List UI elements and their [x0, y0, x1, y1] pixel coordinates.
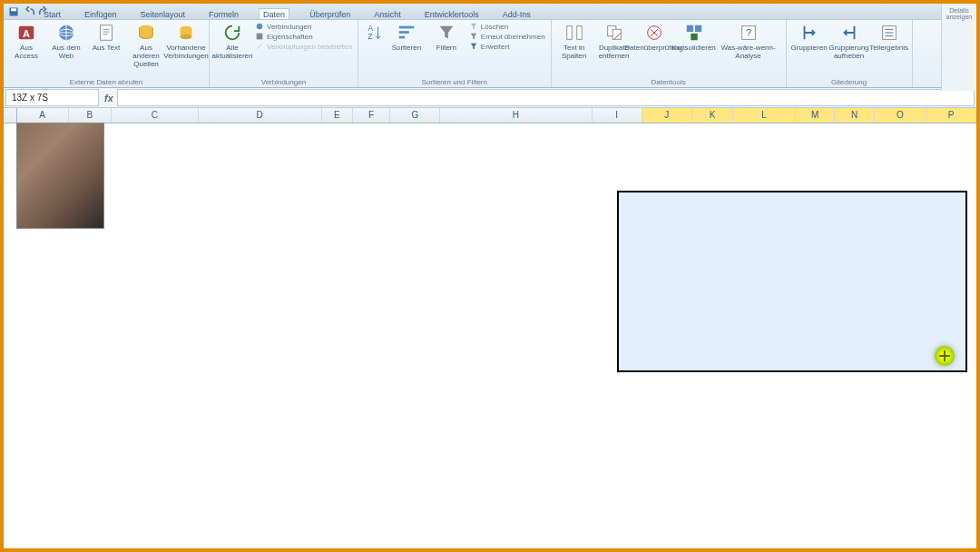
col-header[interactable]: O: [875, 108, 926, 123]
remove-duplicates-button[interactable]: Duplikate entfernen: [597, 22, 632, 61]
from-text-button[interactable]: Aus Text: [89, 22, 123, 53]
ribbon-tabs: Start Einfügen Seitenlayout Formeln Date…: [4, 4, 976, 20]
svg-rect-19: [576, 26, 582, 40]
svg-point-10: [181, 34, 192, 40]
ribbon: Start Einfügen Seitenlayout Formeln Date…: [4, 4, 976, 88]
group-label: Verbindungen: [215, 78, 352, 87]
formula-bar: 13Z x 7S fx: [4, 88, 976, 108]
tab-formulas[interactable]: Formeln: [205, 9, 242, 19]
svg-rect-6: [101, 25, 113, 41]
edit-links-item[interactable]: Verknüpfungen bearbeiten: [255, 42, 352, 51]
col-header[interactable]: A: [17, 108, 69, 123]
validation-icon: [643, 22, 665, 44]
spreadsheet-grid[interactable]: A B C D E F G H I J K L M N O P: [4, 108, 976, 550]
tab-insert[interactable]: Einfügen: [81, 9, 121, 19]
ungroup-icon: [838, 22, 860, 44]
whatif-icon: ?: [738, 22, 760, 44]
connections-icon: [175, 22, 197, 44]
tab-layout[interactable]: Seitenlayout: [137, 9, 190, 19]
advanced-item[interactable]: Erweitert: [469, 42, 545, 51]
svg-rect-17: [399, 36, 405, 39]
svg-rect-23: [686, 25, 692, 32]
col-header[interactable]: I: [593, 108, 642, 123]
database-arrow-icon: [135, 22, 157, 44]
group-outline: Gruppieren Gruppierung aufheben Teilerge…: [787, 20, 913, 87]
col-header[interactable]: K: [692, 108, 733, 123]
sort-button[interactable]: Sortieren: [389, 22, 424, 53]
group-label: Externe Daten abrufen: [9, 78, 203, 87]
col-header[interactable]: H: [440, 108, 592, 123]
tab-developer[interactable]: Entwicklertools: [421, 9, 483, 19]
formula-input[interactable]: [117, 89, 975, 106]
redo-icon[interactable]: [38, 5, 51, 18]
svg-rect-15: [399, 26, 415, 29]
details-pane-toggle[interactable]: Details anzeigen: [941, 4, 976, 91]
speaker-photo: [16, 123, 104, 229]
tab-addins[interactable]: Add-Ins: [499, 9, 534, 19]
group-label: Sortieren und Filtern: [364, 78, 545, 87]
filter-button[interactable]: Filtern: [429, 22, 464, 53]
group-label: Gliederung: [792, 78, 906, 87]
funnel-icon: [436, 22, 457, 44]
svg-rect-12: [257, 34, 263, 40]
ungroup-button[interactable]: Gruppierung aufheben: [832, 22, 867, 61]
reapply-item[interactable]: Erneut übernehmen: [469, 32, 545, 41]
col-header[interactable]: J: [642, 108, 692, 123]
col-header[interactable]: C: [112, 108, 199, 123]
properties-item[interactable]: Eigenschaften: [255, 32, 352, 41]
quick-access-toolbar: [4, 4, 51, 19]
what-if-button[interactable]: ?Was-wäre-wenn-Analyse: [717, 22, 780, 61]
column-headers: A B C D E F G H I J K L M N O P: [4, 108, 976, 123]
refresh-all-button[interactable]: Alle aktualisieren: [215, 22, 250, 61]
subtotal-icon: [878, 22, 900, 44]
group-connections: Alle aktualisieren Verbindungen Eigensch…: [210, 20, 358, 87]
col-header[interactable]: D: [199, 108, 322, 123]
sort-az-button[interactable]: AZ: [364, 22, 384, 44]
col-header[interactable]: B: [69, 108, 112, 123]
clear-filter-item[interactable]: Löschen: [469, 22, 545, 31]
tab-view[interactable]: Ansicht: [370, 9, 405, 19]
svg-text:A: A: [23, 28, 30, 39]
group-button[interactable]: Gruppieren: [792, 22, 827, 53]
svg-rect-24: [694, 25, 701, 32]
group-label: Datentools: [557, 78, 780, 87]
col-header[interactable]: P: [926, 108, 976, 123]
textfile-icon: [95, 22, 117, 44]
data-validation-button[interactable]: Datenüberprüfung: [637, 22, 671, 53]
group-datatools: Text in Spalten Duplikate entfernen Date…: [552, 20, 787, 87]
selection-rectangle: [617, 191, 967, 372]
globe-icon: [55, 22, 77, 44]
col-header[interactable]: G: [390, 108, 440, 123]
text-to-columns-button[interactable]: Text in Spalten: [557, 22, 592, 61]
subtotal-button[interactable]: Teilergebnis: [872, 22, 906, 53]
select-all-corner[interactable]: [4, 108, 17, 123]
tab-data[interactable]: Daten: [259, 8, 289, 19]
group-external-data: AAus Access Aus dem Web Aus Text Aus and…: [4, 20, 210, 87]
from-web-button[interactable]: Aus dem Web: [49, 22, 83, 61]
sort-az-icon: AZ: [363, 22, 385, 44]
col-header[interactable]: L: [733, 108, 796, 123]
svg-text:Z: Z: [368, 33, 372, 41]
col-header[interactable]: M: [796, 108, 836, 123]
group-icon: [799, 22, 820, 44]
fx-icon[interactable]: fx: [101, 93, 117, 104]
tab-review[interactable]: Überprüfen: [306, 9, 354, 19]
svg-rect-25: [691, 34, 697, 40]
sort-icon: [396, 22, 417, 44]
from-access-button[interactable]: AAus Access: [9, 22, 44, 61]
name-box[interactable]: 13Z x 7S: [5, 89, 99, 106]
group-sort-filter: AZ Sortieren Filtern Löschen Erneut über…: [358, 20, 552, 87]
svg-rect-1: [11, 8, 16, 11]
connections-item[interactable]: Verbindungen: [255, 22, 352, 31]
undo-icon[interactable]: [23, 5, 35, 18]
existing-connections-button[interactable]: Vorhandene Verbindungen: [169, 22, 203, 61]
col-header[interactable]: F: [353, 108, 391, 123]
consolidate-button[interactable]: Konsolidieren: [677, 22, 711, 53]
refresh-icon: [221, 22, 243, 44]
save-icon[interactable]: [7, 5, 20, 18]
svg-text:A: A: [368, 25, 373, 33]
col-header[interactable]: E: [322, 108, 353, 123]
from-other-button[interactable]: Aus anderen Quellen: [129, 22, 163, 68]
svg-rect-16: [399, 31, 409, 34]
col-header[interactable]: N: [835, 108, 875, 123]
